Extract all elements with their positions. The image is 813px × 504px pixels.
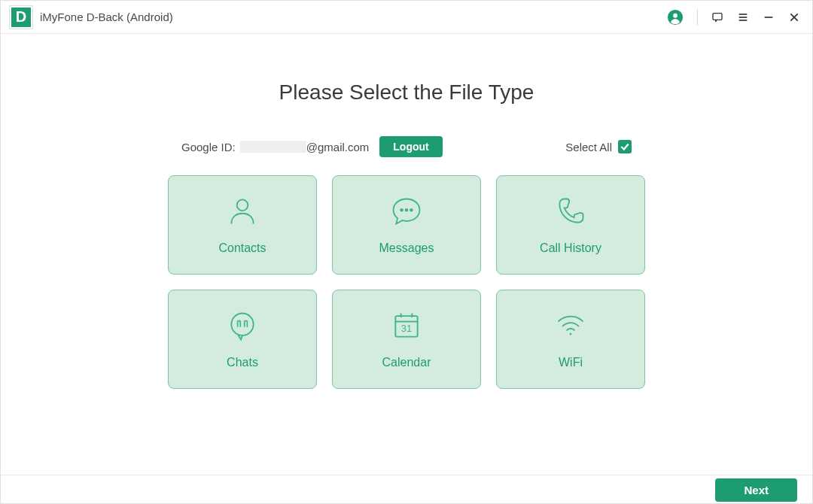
svg-rect-2 [713, 13, 722, 20]
card-label: Calendar [382, 356, 431, 369]
messages-icon [390, 195, 423, 228]
card-label: Messages [379, 241, 434, 255]
card-label: WiFi [559, 356, 583, 369]
wifi-icon [554, 309, 587, 342]
calendar-icon: 31 [390, 309, 423, 342]
svg-point-12 [410, 209, 413, 211]
google-id-suffix: @gmail.com [306, 141, 370, 153]
card-calendar[interactable]: 31 Calendar [332, 290, 481, 389]
card-wifi[interactable]: WiFi [496, 290, 645, 389]
svg-point-1 [673, 13, 678, 17]
svg-point-9 [237, 199, 248, 211]
menu-icon[interactable] [737, 11, 749, 23]
svg-text:31: 31 [401, 323, 412, 334]
svg-point-10 [400, 209, 403, 211]
info-row: Google ID: @gmail.com Logout Select All [8, 136, 805, 169]
card-label: Chats [227, 356, 258, 369]
titlebar-controls [667, 9, 800, 26]
svg-point-11 [406, 209, 408, 211]
logout-button[interactable]: Logout [379, 136, 442, 157]
card-contacts[interactable]: Contacts [168, 175, 317, 275]
close-icon[interactable] [788, 11, 800, 23]
card-label: Contacts [218, 241, 266, 255]
app-logo: D [10, 6, 32, 29]
page-title: Please Select the File Type [8, 34, 805, 136]
main-content: Please Select the File Type Google ID: @… [1, 34, 812, 475]
file-type-grid: Contacts Messages Call History Chats 31 … [8, 169, 805, 389]
footer: Next [1, 475, 812, 504]
card-callhistory[interactable]: Call History [496, 175, 645, 275]
svg-point-13 [231, 314, 253, 335]
select-all-label: Select All [565, 141, 612, 153]
google-id-redacted [240, 141, 306, 153]
titlebar: D iMyFone D-Back (Android) [1, 1, 812, 34]
divider [697, 9, 698, 26]
google-id-label: Google ID: [181, 141, 236, 153]
app-title: iMyFone D-Back (Android) [40, 11, 173, 23]
callhistory-icon [554, 195, 587, 228]
select-all-checkbox[interactable] [618, 140, 632, 153]
account-icon[interactable] [667, 9, 684, 26]
feedback-icon[interactable] [711, 11, 723, 23]
chats-icon [226, 309, 259, 342]
contacts-icon [226, 195, 259, 228]
card-chats[interactable]: Chats [168, 290, 317, 389]
next-button[interactable]: Next [715, 478, 797, 502]
card-label: Call History [540, 241, 601, 255]
card-messages[interactable]: Messages [332, 175, 481, 275]
minimize-icon[interactable] [763, 11, 775, 23]
